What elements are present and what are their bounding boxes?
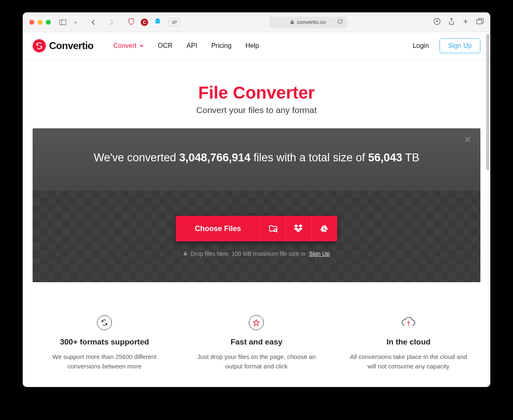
- back-button[interactable]: [89, 17, 99, 27]
- stats-text: We've converted 3,048,766,914 files with…: [41, 151, 472, 164]
- feature-fast: Fast and easy Just drop your files on th…: [184, 315, 328, 371]
- feature-title: Fast and easy: [193, 337, 320, 347]
- signup-button[interactable]: Sign Up: [440, 38, 480, 53]
- site-header: Convertio Convert OCR API Pricing Help L…: [23, 32, 490, 60]
- choose-files-button[interactable]: Choose Files: [176, 216, 260, 241]
- star-icon: [249, 315, 264, 330]
- nav-convert[interactable]: Convert: [113, 42, 144, 50]
- feature-body: All conversions take place in the cloud …: [345, 352, 472, 371]
- feature-title: In the cloud: [345, 337, 472, 347]
- new-tab-icon[interactable]: [462, 18, 469, 26]
- nav-convert-label: Convert: [113, 42, 137, 50]
- fullscreen-window-button[interactable]: [46, 20, 51, 25]
- google-drive-button[interactable]: [312, 216, 337, 241]
- browse-folder-button[interactable]: [260, 216, 286, 241]
- browser-toolbar: C convertio.co: [23, 12, 490, 32]
- stats-prefix: We've converted: [94, 151, 179, 164]
- reload-icon[interactable]: [337, 19, 343, 26]
- cloud-upload-icon: [401, 315, 416, 330]
- stats-banner: We've converted 3,048,766,914 files with…: [33, 128, 480, 191]
- tab-dropdown[interactable]: [71, 17, 80, 27]
- downloads-icon[interactable]: [433, 18, 441, 27]
- nav-ocr[interactable]: OCR: [158, 42, 173, 50]
- nav-pricing[interactable]: Pricing: [211, 42, 232, 50]
- feature-body: Just drop your files on the page, choose…: [193, 352, 320, 371]
- login-link[interactable]: Login: [413, 42, 429, 50]
- lock-icon: [290, 19, 294, 25]
- ghost-extension-icon[interactable]: [154, 18, 161, 27]
- choose-files-row: Choose Files: [176, 216, 337, 241]
- feature-formats: 300+ formats supported We support more t…: [33, 315, 176, 371]
- feature-body: We support more than 25600 different con…: [41, 352, 168, 371]
- url-text: convertio.co: [297, 19, 326, 25]
- hero: File Converter Convert your files to any…: [23, 60, 490, 115]
- logo-text: Convertio: [49, 40, 94, 52]
- shield-extension-icon[interactable]: [128, 18, 135, 27]
- google-drive-icon: [319, 224, 329, 234]
- refresh-icon: [97, 315, 112, 330]
- nav-api[interactable]: API: [187, 42, 197, 50]
- svg-point-2: [156, 20, 157, 21]
- browser-window: C convertio.co: [23, 12, 490, 387]
- logo-mark-icon: [33, 39, 46, 52]
- folder-search-icon: [268, 224, 278, 234]
- svg-rect-9: [477, 20, 482, 24]
- minimize-window-button[interactable]: [38, 20, 43, 25]
- logo[interactable]: Convertio: [33, 39, 94, 52]
- close-icon[interactable]: [464, 136, 471, 145]
- address-bar[interactable]: convertio.co: [269, 17, 347, 28]
- reader-button[interactable]: [169, 18, 180, 26]
- drop-hint: Drop files here. 100 MB maximum file siz…: [183, 250, 329, 257]
- tab-overview-icon[interactable]: [476, 18, 484, 26]
- main-nav: Convert OCR API Pricing Help: [113, 42, 259, 50]
- window-controls: [29, 20, 51, 25]
- hero-subtitle: Convert your files to any format: [23, 105, 490, 115]
- page-viewport: Convertio Convert OCR API Pricing Help L…: [23, 32, 490, 387]
- svg-point-3: [158, 20, 159, 21]
- svg-rect-0: [59, 20, 66, 25]
- stats-unit: TB: [402, 151, 420, 164]
- share-icon[interactable]: [448, 18, 455, 27]
- svg-rect-7: [291, 21, 294, 24]
- drop-hint-signup-link[interactable]: Sign Up: [309, 250, 330, 257]
- extension-icons: C: [128, 18, 161, 27]
- hero-title: File Converter: [23, 83, 490, 103]
- nav-help[interactable]: Help: [246, 42, 259, 50]
- c-extension-icon[interactable]: C: [141, 19, 148, 26]
- close-window-button[interactable]: [29, 20, 34, 25]
- feature-title: 300+ formats supported: [41, 337, 168, 347]
- svg-rect-11: [184, 253, 187, 255]
- chevron-down-icon: [139, 43, 144, 48]
- forward-button[interactable]: [106, 17, 116, 27]
- feature-cloud: In the cloud All conversions take place …: [337, 315, 480, 371]
- dropbox-icon: [294, 224, 304, 234]
- dropbox-button[interactable]: [286, 216, 312, 241]
- converter-panel: We've converted 3,048,766,914 files with…: [33, 128, 480, 282]
- features-row: 300+ formats supported We support more t…: [33, 315, 480, 371]
- stats-file-count: 3,048,766,914: [179, 151, 251, 164]
- stats-middle: files with a total size of: [251, 151, 368, 164]
- scrollbar[interactable]: [486, 34, 489, 170]
- drop-hint-text: Drop files here. 100 MB maximum file siz…: [191, 250, 306, 257]
- stats-size: 56,043: [368, 151, 402, 164]
- lock-icon: [183, 250, 187, 257]
- drop-zone[interactable]: Choose Files: [33, 191, 480, 282]
- sidebar-toggle[interactable]: [59, 19, 66, 25]
